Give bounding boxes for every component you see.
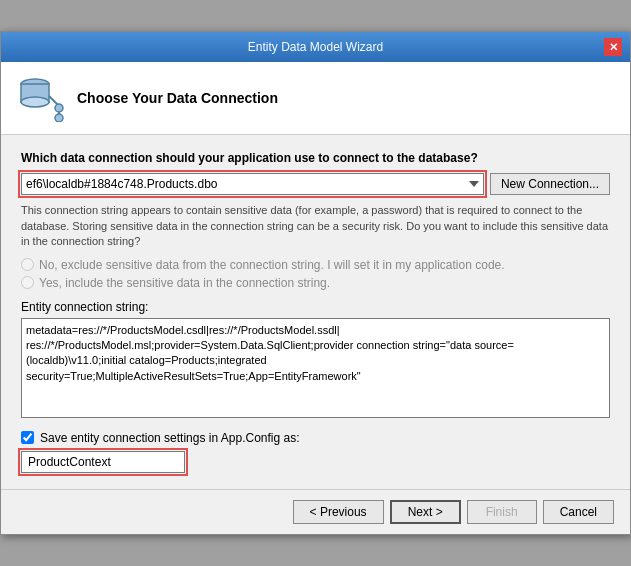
header-section: Choose Your Data Connection (1, 62, 630, 135)
header-title: Choose Your Data Connection (77, 90, 278, 106)
content-area: Which data connection should your applic… (1, 135, 630, 488)
footer: < Previous Next > Finish Cancel (1, 489, 630, 534)
cancel-button[interactable]: Cancel (543, 500, 614, 524)
wizard-window: Entity Data Model Wizard ✕ Choose Your D… (0, 31, 631, 534)
svg-point-2 (21, 97, 49, 107)
svg-point-5 (55, 114, 63, 122)
save-checkbox[interactable] (21, 431, 34, 444)
connection-row: ef6\localdb#1884c748.Products.dbo New Co… (21, 173, 610, 195)
sensitive-note: This connection string appears to contai… (21, 203, 610, 249)
app-config-input[interactable] (21, 451, 185, 473)
save-row: Save entity connection settings in App.C… (21, 431, 610, 445)
close-button[interactable]: ✕ (604, 38, 622, 56)
radio-group: No, exclude sensitive data from the conn… (21, 258, 610, 290)
entity-textbox[interactable]: metadata=res://*/ProductsModel.csdl|res:… (21, 318, 610, 418)
radio-no-label: No, exclude sensitive data from the conn… (39, 258, 505, 272)
window-title: Entity Data Model Wizard (27, 40, 604, 54)
connection-select[interactable]: ef6\localdb#1884c748.Products.dbo (21, 173, 484, 195)
radio-yes-label: Yes, include the sensitive data in the c… (39, 276, 330, 290)
radio-no[interactable] (21, 258, 34, 271)
new-connection-button[interactable]: New Connection... (490, 173, 610, 195)
radio-yes-item[interactable]: Yes, include the sensitive data in the c… (21, 276, 610, 290)
save-label: Save entity connection settings in App.C… (40, 431, 300, 445)
svg-point-4 (55, 104, 63, 112)
database-icon (17, 74, 65, 122)
next-button[interactable]: Next > (390, 500, 461, 524)
finish-button[interactable]: Finish (467, 500, 537, 524)
radio-no-item[interactable]: No, exclude sensitive data from the conn… (21, 258, 610, 272)
section-question: Which data connection should your applic… (21, 151, 610, 165)
previous-button[interactable]: < Previous (293, 500, 384, 524)
entity-label: Entity connection string: (21, 300, 610, 314)
radio-yes[interactable] (21, 276, 34, 289)
title-bar: Entity Data Model Wizard ✕ (1, 32, 630, 62)
